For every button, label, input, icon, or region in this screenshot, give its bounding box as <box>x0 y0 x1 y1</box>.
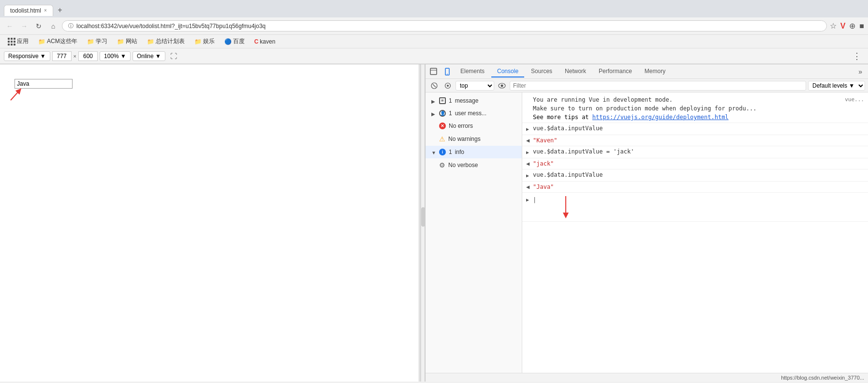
expand-icon[interactable] <box>526 124 531 134</box>
kaven-icon: C <box>254 38 259 45</box>
verbose-icon: ⚙ <box>439 161 445 169</box>
eye-icon <box>498 82 506 89</box>
log-level-selector[interactable]: Default levels ▼ <box>808 81 865 91</box>
height-input[interactable] <box>78 51 98 61</box>
console-source: vue... <box>845 95 864 104</box>
bookmark-entertainment[interactable]: 📁 娱乐 <box>191 36 219 46</box>
tab-network-label: Network <box>565 68 586 75</box>
console-cmd3: vue.$data.inputValue <box>533 170 864 179</box>
console-result-jack: "jack" <box>533 159 864 168</box>
console-line-java: ◀ "Java" <box>522 182 868 193</box>
tab-network[interactable]: Network <box>559 66 592 77</box>
vue-link[interactable]: https://vuejs.org/guide/deployment.html <box>592 114 729 121</box>
tab-memory[interactable]: Memory <box>639 66 671 77</box>
page-scrollbar[interactable] <box>421 64 425 382</box>
forward-button[interactable]: → <box>18 20 30 32</box>
more-tabs-button[interactable]: » <box>854 66 866 77</box>
console-toolbar: top Default levels ▼ <box>426 79 868 92</box>
console-body: = 1 message 👤 1 user mess... ✕ No errors <box>426 92 868 373</box>
star-icon[interactable]: ☆ <box>830 21 837 31</box>
zoom-dropdown[interactable]: 100% ▼ <box>100 51 131 61</box>
red-arrow-console-svg <box>551 194 571 223</box>
new-tab-button[interactable]: + <box>55 5 65 15</box>
folder-icon: 📁 <box>38 38 45 45</box>
expand-icon[interactable] <box>526 147 531 157</box>
viewport-divider <box>419 64 421 382</box>
reload-button[interactable]: ↻ <box>33 20 44 32</box>
bookmark-apps[interactable]: 应用 <box>4 36 32 46</box>
folder-icon: 📁 <box>194 38 202 45</box>
clear-icon <box>431 82 438 89</box>
sidebar-item-messages[interactable]: = 1 message <box>426 94 522 107</box>
console-output: ▶ You are running Vue in development mod… <box>522 92 868 373</box>
console-filter-input[interactable] <box>510 81 806 91</box>
online-dropdown[interactable]: Online ▼ <box>132 51 165 61</box>
tab-close-icon[interactable]: × <box>44 8 47 13</box>
bookmark-kaven[interactable]: C kaven <box>250 37 280 46</box>
info-icon: i <box>439 149 446 155</box>
tab-title: todolist.html <box>10 7 41 14</box>
more-options-icon[interactable]: ⋮ <box>850 50 864 62</box>
errors-label: No errors <box>449 123 473 129</box>
browser-tab[interactable]: todolist.html × <box>4 5 53 16</box>
folder-icon: 📁 <box>87 38 94 45</box>
console-line-setjack: vue.$data.inputValue = 'jack' <box>522 146 868 158</box>
device-toolbar-button[interactable] <box>441 65 454 78</box>
width-input[interactable] <box>52 51 72 61</box>
expand-icon <box>431 149 436 155</box>
console-line-jack: ◀ "jack" <box>522 158 868 169</box>
sidebar-item-warnings[interactable]: ⚠ No warnings <box>426 132 522 146</box>
extensions-icon[interactable]: ⊕ <box>849 21 855 31</box>
sidebar-item-errors[interactable]: ✕ No errors <box>426 120 522 132</box>
context-selector[interactable]: top <box>456 81 494 91</box>
eye-button[interactable] <box>496 80 508 92</box>
tab-sources[interactable]: Sources <box>525 66 558 77</box>
ban-icon <box>444 82 451 89</box>
nav-bar: ← → ↻ ⌂ ⓘ localhost:63342/vue/vue/todoli… <box>0 17 868 35</box>
console-cmd2: vue.$data.inputValue = 'jack' <box>533 147 864 156</box>
tab-performance[interactable]: Performance <box>593 66 638 77</box>
expand-icon[interactable] <box>526 195 531 204</box>
toolbar-menu: ⋮ <box>850 51 864 61</box>
tab-console[interactable]: Console <box>491 66 524 77</box>
sidebar-item-info[interactable]: i 1 info <box>426 146 522 158</box>
devtools-tab-bar: Elements Console Sources Network Perform… <box>426 64 868 79</box>
screen-options-icon[interactable]: ⛶ <box>167 51 180 61</box>
preserve-log-button[interactable] <box>442 80 454 92</box>
bookmark-study[interactable]: 📁 学习 <box>83 36 111 46</box>
inspect-element-button[interactable] <box>427 65 440 78</box>
svg-line-7 <box>433 84 436 87</box>
back-button[interactable]: ← <box>4 20 15 32</box>
vivaldi-icon[interactable]: V <box>840 22 846 31</box>
dimension-separator: × <box>74 53 76 59</box>
console-prompt-line: | <box>522 193 868 222</box>
dropdown-arrow: ▼ <box>40 53 46 60</box>
profile-icon[interactable]: ■ <box>859 22 864 31</box>
sidebar-item-user-messages[interactable]: 👤 1 user mess... <box>426 107 522 120</box>
scrollbar-thumb[interactable] <box>421 207 425 227</box>
info-count: 1 <box>449 149 452 155</box>
svg-line-1 <box>11 91 19 100</box>
bookmark-baidu[interactable]: 🔵 百度 <box>221 36 249 46</box>
cursor-icon <box>430 68 438 76</box>
console-cmd1: vue.$data.inputValue <box>533 124 864 133</box>
bookmark-summary[interactable]: 📁 总结计划表 <box>143 36 189 46</box>
address-bar[interactable]: ⓘ localhost:63342/vue/vue/todolist.html?… <box>62 20 827 31</box>
expand-icon[interactable] <box>526 170 531 180</box>
responsive-dropdown[interactable]: Responsive ▼ <box>4 51 50 61</box>
console-line-inputvalue1: vue.$data.inputValue <box>522 123 868 135</box>
devtools-toolbar: Responsive ▼ × 100% ▼ Online ▼ ⛶ ⋮ <box>0 48 868 64</box>
console-line-vue-info: ▶ You are running Vue in development mod… <box>522 94 868 123</box>
red-arrow-page-svg <box>6 86 35 105</box>
tab-elements[interactable]: Elements <box>455 66 490 77</box>
bookmark-acm[interactable]: 📁 ACM这些年 <box>34 36 81 46</box>
messages-label: message <box>455 97 479 104</box>
home-button[interactable]: ⌂ <box>47 20 59 32</box>
sidebar-item-verbose[interactable]: ⚙ No verbose <box>426 158 522 172</box>
info-label: info <box>455 149 464 155</box>
verbose-label: No verbose <box>448 162 478 169</box>
bookmark-website[interactable]: 📁 网站 <box>113 36 141 46</box>
expand-icon[interactable]: ▶ <box>526 95 531 105</box>
clear-console-button[interactable] <box>428 80 440 92</box>
bookmark-website-label: 网站 <box>126 37 137 46</box>
